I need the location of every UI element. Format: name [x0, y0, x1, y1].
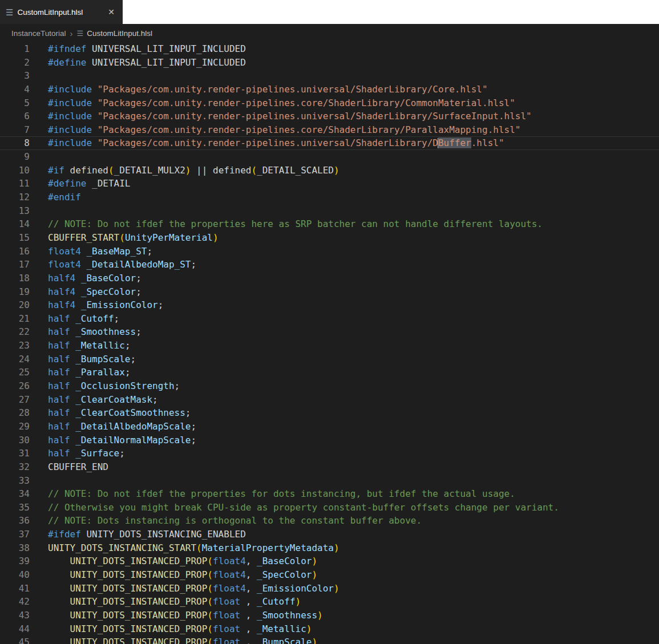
- line-number[interactable]: 8: [0, 136, 30, 150]
- code-line[interactable]: 27half _ClearCoatMask;: [0, 393, 659, 407]
- code-line[interactable]: 20half4 _EmissionColor;: [0, 298, 659, 312]
- code-line[interactable]: 19half4 _SpecColor;: [0, 285, 659, 299]
- code-line[interactable]: 37#ifdef UNITY_DOTS_INSTANCING_ENABLED: [0, 528, 659, 541]
- code-line-content: #ifndef UNIVERSAL_LIT_INPUT_INCLUDED: [30, 42, 246, 56]
- code-line[interactable]: 34// NOTE: Do not ifdef the properties f…: [0, 487, 659, 501]
- code-line[interactable]: 2#define UNIVERSAL_LIT_INPUT_INCLUDED: [0, 56, 659, 70]
- line-number[interactable]: 45: [0, 635, 30, 644]
- line-number[interactable]: 40: [0, 568, 30, 582]
- code-line[interactable]: 22half _Smoothness;: [0, 325, 659, 339]
- code-line[interactable]: 7#include "Packages/com.unity.render-pip…: [0, 123, 659, 137]
- code-line[interactable]: 1#ifndef UNIVERSAL_LIT_INPUT_INCLUDED: [0, 42, 659, 56]
- line-number[interactable]: 30: [0, 434, 30, 447]
- code-line[interactable]: 14// NOTE: Do not ifdef the properties h…: [0, 217, 659, 231]
- line-number[interactable]: 28: [0, 406, 30, 420]
- code-line-content: half4 _SpecColor;: [30, 285, 141, 299]
- code-line[interactable]: 15CBUFFER_START(UnityPerMaterial): [0, 231, 659, 245]
- code-line[interactable]: 17float4 _DetailAlbedoMap_ST;: [0, 258, 659, 272]
- code-line[interactable]: 41 UNITY_DOTS_INSTANCED_PROP(float4, _Em…: [0, 582, 659, 596]
- code-editor[interactable]: 1#ifndef UNIVERSAL_LIT_INPUT_INCLUDED2#d…: [0, 42, 659, 644]
- code-line[interactable]: 3: [0, 69, 659, 83]
- line-number[interactable]: 17: [0, 258, 30, 272]
- code-line[interactable]: 12#endif: [0, 191, 659, 204]
- code-line[interactable]: 8#include "Packages/com.unity.render-pip…: [0, 136, 659, 150]
- code-line[interactable]: 11#define _DETAIL: [0, 177, 659, 191]
- code-line[interactable]: 25half _Parallax;: [0, 366, 659, 379]
- code-line[interactable]: 23half _Metallic;: [0, 339, 659, 353]
- breadcrumb-folder[interactable]: InstanceTutorial: [11, 29, 66, 38]
- tab-customlitinput[interactable]: ☰ CustomLitInput.hlsl ✕: [0, 0, 123, 24]
- code-line[interactable]: 33: [0, 474, 659, 488]
- code-line[interactable]: 16float4 _BaseMap_ST;: [0, 245, 659, 258]
- line-number[interactable]: 33: [0, 474, 30, 488]
- line-number[interactable]: 16: [0, 245, 30, 258]
- code-line[interactable]: 21half _Cutoff;: [0, 312, 659, 326]
- line-number[interactable]: 14: [0, 217, 30, 231]
- line-number[interactable]: 22: [0, 325, 30, 339]
- tab-close-icon[interactable]: ✕: [106, 6, 117, 18]
- line-number[interactable]: 35: [0, 501, 30, 515]
- code-line[interactable]: 32CBUFFER_END: [0, 460, 659, 474]
- code-line[interactable]: 29half _DetailAlbedoMapScale;: [0, 420, 659, 434]
- line-number[interactable]: 18: [0, 272, 30, 285]
- code-line[interactable]: 5#include "Packages/com.unity.render-pip…: [0, 96, 659, 110]
- code-line[interactable]: 6#include "Packages/com.unity.render-pip…: [0, 110, 659, 123]
- line-number[interactable]: 27: [0, 393, 30, 407]
- line-number[interactable]: 43: [0, 609, 30, 622]
- line-number[interactable]: 19: [0, 285, 30, 299]
- line-number[interactable]: 31: [0, 447, 30, 460]
- code-line[interactable]: 42 UNITY_DOTS_INSTANCED_PROP(float , _Cu…: [0, 595, 659, 609]
- line-number[interactable]: 11: [0, 177, 30, 191]
- line-number[interactable]: 36: [0, 514, 30, 528]
- line-number[interactable]: 5: [0, 96, 30, 110]
- line-number[interactable]: 23: [0, 339, 30, 353]
- code-line[interactable]: 31half _Surface;: [0, 447, 659, 460]
- code-line[interactable]: 40 UNITY_DOTS_INSTANCED_PROP(float4, _Sp…: [0, 568, 659, 582]
- line-number[interactable]: 20: [0, 298, 30, 312]
- code-line[interactable]: 45 UNITY_DOTS_INSTANCED_PROP(float , _Bu…: [0, 635, 659, 644]
- line-number[interactable]: 21: [0, 312, 30, 326]
- line-number[interactable]: 2: [0, 56, 30, 70]
- code-line[interactable]: 39 UNITY_DOTS_INSTANCED_PROP(float4, _Ba…: [0, 554, 659, 568]
- line-number[interactable]: 12: [0, 191, 30, 204]
- code-line[interactable]: 28half _ClearCoatSmoothness;: [0, 406, 659, 420]
- code-line-content: #if defined(_DETAIL_MULX2) || defined(_D…: [30, 164, 339, 177]
- line-number[interactable]: 39: [0, 554, 30, 568]
- line-number[interactable]: 38: [0, 541, 30, 555]
- tab-bar-empty-area: [123, 0, 659, 24]
- code-line[interactable]: 13: [0, 204, 659, 218]
- code-line[interactable]: 4#include "Packages/com.unity.render-pip…: [0, 83, 659, 96]
- line-number[interactable]: 7: [0, 123, 30, 137]
- code-line[interactable]: 10#if defined(_DETAIL_MULX2) || defined(…: [0, 164, 659, 177]
- code-line[interactable]: 24half _BumpScale;: [0, 353, 659, 366]
- code-line[interactable]: 18half4 _BaseColor;: [0, 272, 659, 285]
- line-number[interactable]: 10: [0, 164, 30, 177]
- line-number[interactable]: 32: [0, 460, 30, 474]
- line-number[interactable]: 25: [0, 366, 30, 379]
- code-line[interactable]: 35// Otherwise you might break CPU-side …: [0, 501, 659, 515]
- line-number[interactable]: 41: [0, 582, 30, 596]
- code-line[interactable]: 36// NOTE: Dots instancing is orthogonal…: [0, 514, 659, 528]
- line-number[interactable]: 4: [0, 83, 30, 96]
- line-number[interactable]: 26: [0, 379, 30, 393]
- breadcrumb-file[interactable]: CustomLitInput.hlsl: [87, 29, 152, 38]
- line-number[interactable]: 15: [0, 231, 30, 245]
- line-number[interactable]: 6: [0, 110, 30, 123]
- line-number[interactable]: 29: [0, 420, 30, 434]
- line-number[interactable]: 13: [0, 204, 30, 218]
- code-line[interactable]: 30half _DetailNormalMapScale;: [0, 434, 659, 447]
- code-line[interactable]: 26half _OcclusionStrength;: [0, 379, 659, 393]
- code-line[interactable]: 38UNITY_DOTS_INSTANCING_START(MaterialPr…: [0, 541, 659, 555]
- code-line-content: CBUFFER_END: [30, 460, 108, 474]
- line-number[interactable]: 1: [0, 42, 30, 56]
- line-number[interactable]: 44: [0, 622, 30, 636]
- code-line[interactable]: 9: [0, 150, 659, 164]
- line-number[interactable]: 9: [0, 150, 30, 164]
- code-line[interactable]: 44 UNITY_DOTS_INSTANCED_PROP(float , _Me…: [0, 622, 659, 636]
- line-number[interactable]: 24: [0, 353, 30, 366]
- line-number[interactable]: 3: [0, 69, 30, 83]
- line-number[interactable]: 34: [0, 487, 30, 501]
- code-line[interactable]: 43 UNITY_DOTS_INSTANCED_PROP(float , _Sm…: [0, 609, 659, 622]
- line-number[interactable]: 37: [0, 528, 30, 541]
- line-number[interactable]: 42: [0, 595, 30, 609]
